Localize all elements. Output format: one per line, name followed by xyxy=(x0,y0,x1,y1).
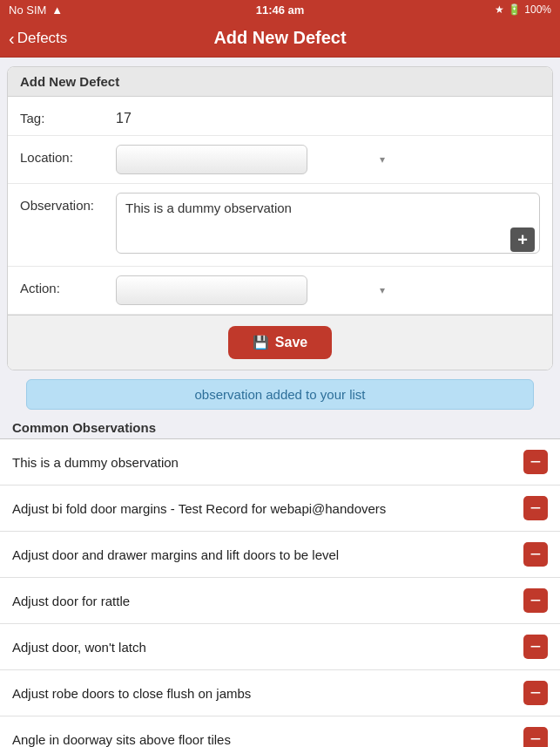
obs-item-text: Adjust bi fold door margins - Test Recor… xyxy=(12,501,515,516)
list-item: Adjust bi fold door margins - Test Recor… xyxy=(0,486,560,532)
list-item: This is a dummy observation− xyxy=(0,439,560,486)
notification-text: observation added to your list xyxy=(195,387,366,402)
list-item: Adjust door, won't latch− xyxy=(0,624,560,670)
observation-wrap: + xyxy=(116,193,540,257)
status-bar-time: 11:46 am xyxy=(256,3,305,17)
location-select[interactable] xyxy=(116,145,307,174)
common-observations-list: This is a dummy observation−Adjust bi fo… xyxy=(0,438,560,747)
list-item: Adjust door and drawer margins and lift … xyxy=(0,532,560,578)
action-row: Action: ▾ xyxy=(8,267,552,315)
location-label: Location: xyxy=(20,145,116,165)
observation-label: Observation: xyxy=(20,193,116,213)
obs-item-text: Adjust door for rattle xyxy=(12,594,515,608)
save-label: Save xyxy=(275,335,307,350)
obs-remove-button[interactable]: − xyxy=(523,681,548,705)
tag-row: Tag: 17 xyxy=(8,97,552,136)
location-chevron-down-icon: ▾ xyxy=(380,153,385,166)
obs-item-text: Angle in doorway sits above floor tiles xyxy=(12,732,515,747)
nav-bar: ‹ Defects Add New Defect xyxy=(0,19,560,58)
obs-remove-button[interactable]: − xyxy=(523,496,548,520)
back-label: Defects xyxy=(17,30,68,47)
action-label: Action: xyxy=(20,275,116,295)
nav-title: Add New Defect xyxy=(213,28,346,48)
tag-value: 17 xyxy=(116,105,540,126)
obs-remove-button[interactable]: − xyxy=(523,635,548,659)
action-select[interactable] xyxy=(116,275,307,305)
list-item: Angle in doorway sits above floor tiles− xyxy=(0,716,560,747)
obs-item-text: Adjust door, won't latch xyxy=(12,640,515,655)
action-select-wrap: ▾ xyxy=(116,275,540,305)
notification-bar: observation added to your list xyxy=(26,379,534,410)
bluetooth-icon: ★ xyxy=(495,3,504,16)
save-area: 💾 Save xyxy=(8,315,552,370)
obs-remove-button[interactable]: − xyxy=(523,542,548,567)
carrier-label: No SIM xyxy=(9,3,46,17)
location-row: Location: ▾ xyxy=(8,136,552,184)
obs-remove-button[interactable]: − xyxy=(523,588,548,613)
obs-item-text: This is a dummy observation xyxy=(12,455,515,470)
obs-remove-button[interactable]: − xyxy=(523,450,548,474)
action-chevron-down-icon: ▾ xyxy=(380,284,385,296)
wifi-icon: ▲ xyxy=(51,3,63,17)
battery-percent: 100% xyxy=(524,3,551,16)
status-bar-left: No SIM ▲ xyxy=(9,3,63,17)
observation-input[interactable] xyxy=(116,193,540,254)
form-section-header: Add New Defect xyxy=(8,67,552,97)
floppy-disk-icon: 💾 xyxy=(253,335,269,350)
chevron-left-icon: ‹ xyxy=(9,30,15,47)
observation-add-button[interactable]: + xyxy=(510,227,535,252)
obs-item-text: Adjust door and drawer margins and lift … xyxy=(12,547,515,562)
back-button[interactable]: ‹ Defects xyxy=(9,30,67,47)
location-select-wrap: ▾ xyxy=(116,145,540,174)
status-bar: No SIM ▲ 11:46 am ★ 🔋 100% xyxy=(0,0,560,19)
list-item: Adjust door for rattle− xyxy=(0,578,560,624)
obs-remove-button[interactable]: − xyxy=(523,727,548,747)
add-defect-form: Add New Defect Tag: 17 Location: ▾ Obser… xyxy=(7,66,553,370)
status-bar-right: ★ 🔋 100% xyxy=(495,3,551,16)
common-observations-header: Common Observations xyxy=(0,413,560,438)
tag-label: Tag: xyxy=(20,105,116,126)
battery-icon: 🔋 xyxy=(508,3,521,16)
list-item: Adjust robe doors to close flush on jamb… xyxy=(0,670,560,716)
observation-row: Observation: + xyxy=(8,184,552,267)
obs-item-text: Adjust robe doors to close flush on jamb… xyxy=(12,686,515,701)
save-button[interactable]: 💾 Save xyxy=(228,326,332,359)
